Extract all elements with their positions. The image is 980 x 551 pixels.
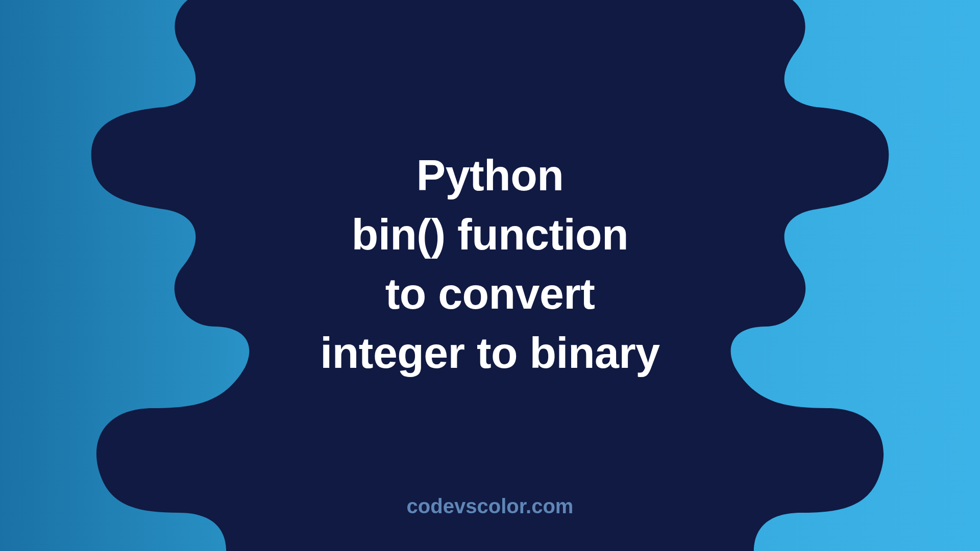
banner-canvas: Python bin() function to convert integer…: [0, 0, 980, 551]
watermark-text: codevscolor.com: [407, 495, 574, 518]
title-text: Python bin() function to convert integer…: [320, 145, 659, 382]
